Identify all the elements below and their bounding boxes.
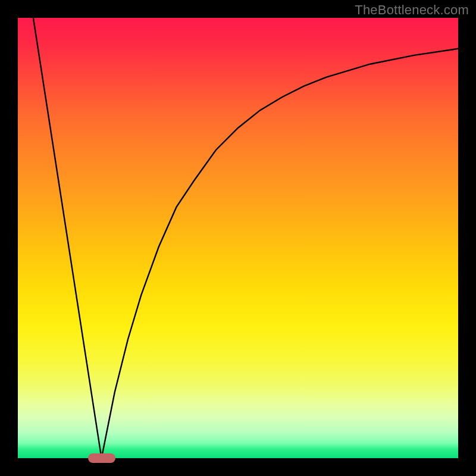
- curve-layer: [18, 18, 458, 458]
- bottleneck-curve: [33, 18, 458, 458]
- watermark-text: TheBottleneck.com: [355, 2, 469, 18]
- optimum-marker: [88, 453, 115, 463]
- chart-frame: TheBottleneck.com: [0, 0, 476, 476]
- plot-area: [18, 18, 458, 458]
